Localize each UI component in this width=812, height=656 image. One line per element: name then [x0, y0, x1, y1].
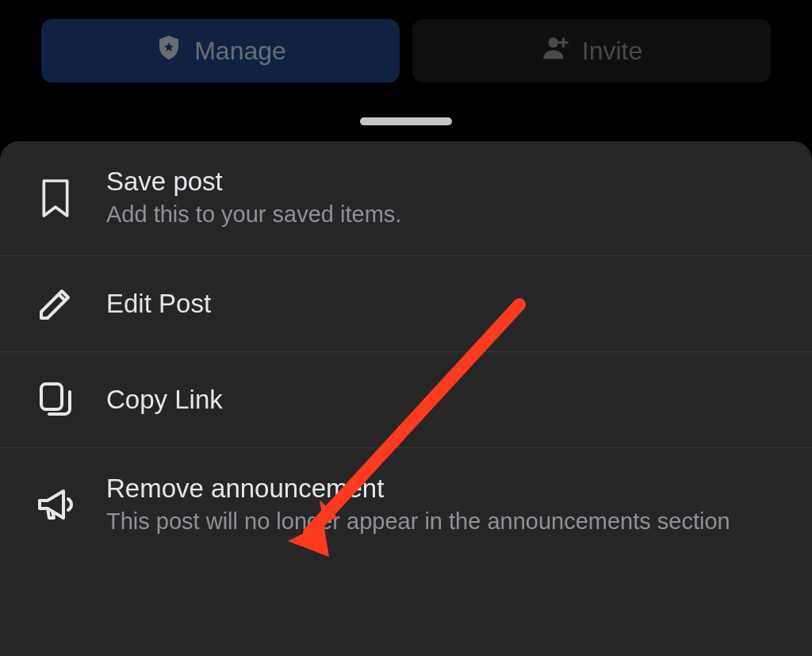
- invite-button-label: Invite: [582, 36, 642, 66]
- manage-button-label: Manage: [194, 36, 286, 66]
- sheet-drag-handle[interactable]: [360, 117, 452, 125]
- pencil-icon: [33, 282, 78, 326]
- save-post-title: Save post: [106, 167, 401, 197]
- bookmark-icon: [33, 176, 78, 221]
- copy-link-title: Copy Link: [106, 385, 223, 415]
- invite-person-icon: [541, 33, 571, 69]
- copy-icon: [33, 378, 78, 422]
- svg-rect-1: [41, 384, 62, 409]
- invite-button[interactable]: Invite: [412, 19, 771, 82]
- top-buttons-row: Manage Invite: [0, 0, 812, 82]
- action-sheet: Save post Add this to your saved items. …: [0, 141, 812, 656]
- menu-item-remove-announcement[interactable]: Remove announcement This post will no lo…: [0, 448, 812, 562]
- edit-post-title: Edit Post: [106, 289, 211, 319]
- remove-announcement-subtitle: This post will no longer appear in the a…: [106, 507, 730, 537]
- save-post-subtitle: Add this to your saved items.: [106, 200, 401, 230]
- svg-point-0: [548, 37, 558, 48]
- menu-item-edit-post[interactable]: Edit Post: [0, 256, 812, 352]
- manage-button[interactable]: Manage: [41, 19, 400, 82]
- menu-item-save-post[interactable]: Save post Add this to your saved items.: [0, 141, 812, 256]
- remove-announcement-title: Remove announcement: [106, 474, 730, 504]
- shield-star-icon: [155, 33, 183, 68]
- megaphone-icon: [33, 483, 78, 527]
- menu-item-copy-link[interactable]: Copy Link: [0, 352, 812, 448]
